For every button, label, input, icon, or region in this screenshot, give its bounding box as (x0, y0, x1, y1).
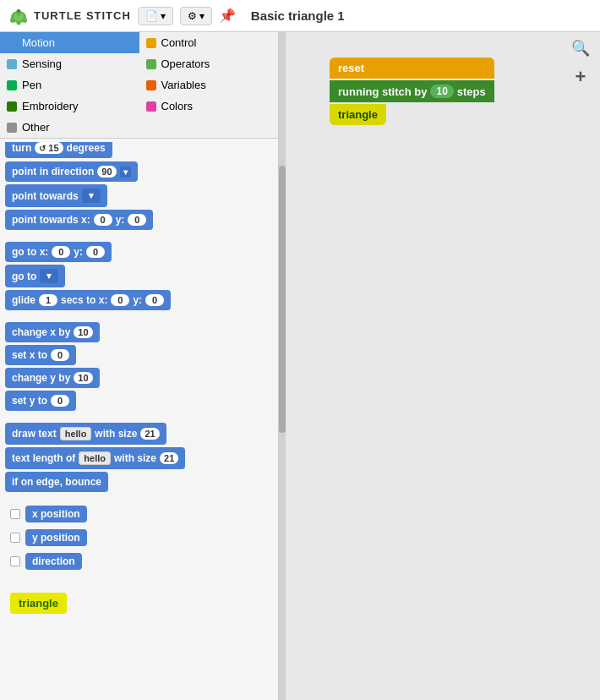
cat-operators-label: Operators (161, 57, 210, 70)
triangle-block-sidebar[interactable]: triangle (10, 593, 67, 614)
cat-embroidery[interactable]: Embroidery (0, 96, 139, 117)
svg-point-3 (22, 18, 27, 23)
block-point-direction[interactable]: point in direction 90 ▾ (5, 161, 138, 182)
block-turn[interactable]: turn ↺ 15 degrees (5, 142, 112, 158)
logo: TURTLE STITCH (7, 7, 131, 25)
other-dot (7, 123, 17, 133)
variables-dot (146, 80, 156, 90)
block-point-towards-xy[interactable]: point towards x: 0 y: 0 (5, 210, 153, 230)
search-button[interactable]: 🔍 (571, 39, 590, 57)
canvas-area: 🔍 + reset running stitch by 10 steps (279, 32, 600, 700)
block-set-x[interactable]: set x to 0 (5, 345, 76, 365)
operators-dot (146, 59, 156, 69)
header: TURTLE STITCH 📄 ▾ ⚙ ▾ 📌 Basic triangle 1 (0, 0, 600, 32)
y-position-label: y position (25, 529, 87, 546)
category-panel: Motion Control Sensing Operators Pen Var… (0, 32, 278, 139)
x-position-label: x position (25, 506, 87, 522)
y-position-checkbox[interactable] (10, 533, 20, 543)
svg-point-4 (17, 20, 21, 25)
canvas-block-running-stitch[interactable]: running stitch by 10 steps (330, 80, 494, 102)
sensing-dot (7, 59, 17, 69)
control-dot (146, 38, 156, 48)
script-stack: reset running stitch by 10 steps triangl… (330, 57, 494, 125)
canvas-controls: 🔍 + (571, 39, 590, 88)
block-go-to-xy[interactable]: go to x: 0 y: 0 (5, 242, 112, 262)
file-icon: 📄 (145, 10, 158, 22)
motion-dot (7, 38, 17, 48)
cat-variables-label: Variables (161, 79, 206, 91)
gear-icon: ⚙ (188, 10, 197, 22)
file-btn-arrow: ▾ (161, 10, 166, 22)
block-go-to[interactable]: go to ▾ (5, 265, 65, 287)
logo-text: TURTLE STITCH (34, 9, 131, 22)
cat-variables[interactable]: Variables (139, 74, 279, 96)
direction-checkbox[interactable] (10, 556, 20, 566)
plus-icon: + (575, 66, 586, 87)
add-button[interactable]: + (571, 66, 590, 88)
scrollbar-thumb[interactable] (279, 166, 286, 433)
cat-control-label: Control (161, 36, 197, 49)
block-point-towards[interactable]: point towards ▾ (5, 184, 107, 207)
canvas-block-reset[interactable]: reset (330, 57, 494, 79)
direction-label: direction (25, 553, 82, 570)
turn-block-partial: turn ↺ 15 degrees (5, 142, 273, 159)
canvas-block-triangle-wrapper: triangle (330, 104, 494, 125)
block-set-y[interactable]: set y to 0 (5, 391, 76, 411)
cat-operators[interactable]: Operators (139, 53, 279, 74)
scrollbar-track[interactable] (279, 32, 286, 700)
colors-dot (146, 101, 156, 112)
page-title: Basic triangle 1 (251, 8, 345, 23)
checkbox-y-position[interactable]: y position (5, 527, 273, 549)
block-change-y[interactable]: change y by 10 (5, 368, 100, 388)
cat-other[interactable]: Other (0, 117, 278, 138)
cat-pen-label: Pen (22, 79, 41, 91)
main-layout: Motion Control Sensing Operators Pen Var… (0, 32, 600, 700)
file-button[interactable]: 📄 ▾ (138, 7, 173, 25)
script-blocks: reset running stitch by 10 steps triangl… (330, 57, 494, 125)
block-text-length[interactable]: text length of hello with size 21 (5, 447, 185, 469)
cat-pen[interactable]: Pen (0, 74, 139, 96)
checkbox-direction[interactable]: direction (5, 550, 273, 572)
block-draw-text[interactable]: draw text hello with size 21 (5, 423, 166, 445)
cat-embroidery-label: Embroidery (22, 100, 78, 112)
stitch-value: 10 (430, 85, 453, 98)
search-icon: 🔍 (571, 40, 590, 57)
cat-control[interactable]: Control (139, 32, 279, 53)
embroidery-dot (7, 101, 17, 112)
turtle-logo-icon (7, 7, 30, 25)
cat-other-label: Other (22, 121, 50, 134)
pin-icon: 📌 (219, 8, 236, 24)
svg-point-6 (17, 9, 20, 13)
svg-point-2 (10, 18, 15, 23)
pen-dot (7, 80, 17, 90)
checkbox-x-position[interactable]: x position (5, 503, 273, 525)
cat-sensing[interactable]: Sensing (0, 53, 139, 74)
block-if-on-edge[interactable]: if on edge, bounce (5, 472, 108, 492)
cat-motion[interactable]: Motion (0, 32, 139, 53)
block-change-x[interactable]: change x by 10 (5, 322, 100, 342)
settings-btn-arrow: ▾ (199, 10, 205, 22)
blocks-area: turn ↺ 15 degrees point in direction 90 … (0, 139, 278, 700)
settings-button[interactable]: ⚙ ▾ (180, 7, 212, 25)
cat-colors-label: Colors (161, 100, 194, 112)
sidebar: Motion Control Sensing Operators Pen Var… (0, 32, 279, 700)
cat-sensing-label: Sensing (22, 57, 62, 70)
canvas-block-triangle[interactable]: triangle (330, 104, 386, 125)
cat-motion-label: Motion (22, 36, 55, 49)
x-position-checkbox[interactable] (10, 509, 20, 519)
cat-colors[interactable]: Colors (139, 96, 279, 117)
block-glide[interactable]: glide 1 secs to x: 0 y: 0 (5, 290, 171, 310)
